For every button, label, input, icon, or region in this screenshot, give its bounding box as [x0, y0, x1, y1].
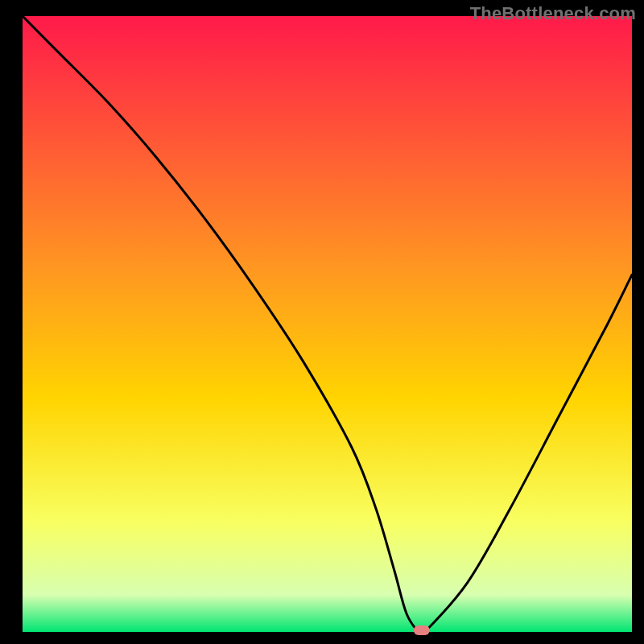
watermark-text: TheBottleneck.com — [470, 3, 636, 24]
bottleneck-chart — [0, 0, 644, 644]
chart-container: TheBottleneck.com — [0, 0, 644, 644]
optimal-marker — [414, 625, 430, 635]
